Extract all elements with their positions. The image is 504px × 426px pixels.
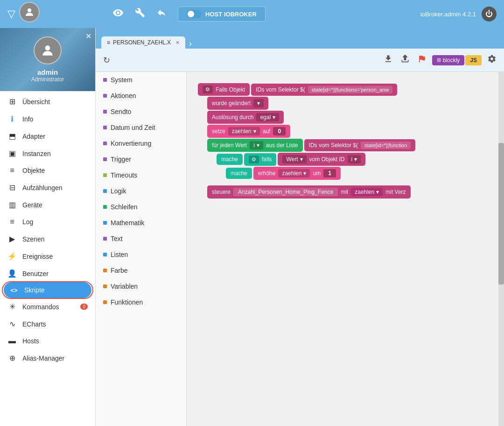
sidebar-item-echarts[interactable]: ∿ ECharts <box>0 315 95 333</box>
category-mathematik[interactable]: Mathematik <box>96 215 186 231</box>
category-farbe[interactable]: Farbe <box>96 263 186 278</box>
category-system[interactable]: System <box>96 72 186 88</box>
category-label: Logik <box>111 187 126 195</box>
sidebar-item-label: Info <box>22 115 33 123</box>
scrollbar-thumb[interactable] <box>498 143 504 284</box>
sidebar-item-szenen[interactable]: ▶ Szenen <box>0 230 95 248</box>
sidebar-item-aufzahlungen[interactable]: ⊟ Aufzählungen <box>0 179 95 196</box>
sidebar-item-adapter[interactable]: ⬒ Adapter <box>0 128 95 145</box>
sidebar-item-skripte[interactable]: <> Skripte <box>4 282 91 298</box>
wrench-icon[interactable] <box>135 7 145 21</box>
sidebar-item-label: Übersicht <box>22 98 50 106</box>
sidebar-item-label: Kommandos <box>22 303 59 311</box>
category-logik[interactable]: Logik <box>96 183 186 199</box>
block-group-main: ⚙ Falls Objekt IDs vom Selektor $( state… <box>198 83 415 199</box>
mache1-label: mache <box>221 156 238 163</box>
sidebar-item-gerate[interactable]: ▥ Geräte <box>0 196 95 213</box>
gerate-icon: ▥ <box>7 200 17 209</box>
dropdown-zaehlen3[interactable]: zaehlen ▾ <box>351 188 383 196</box>
menu-toggle-icon[interactable]: ▽ <box>7 8 15 20</box>
dropdown-zaehlen1[interactable]: zaehlen ▾ <box>228 127 260 135</box>
flag-button[interactable] <box>415 52 428 68</box>
sidebar-item-kommandos[interactable]: ✳ Kommandos 0 <box>0 298 95 315</box>
blockly-icon: ⊞ <box>437 57 441 63</box>
sidebar-item-label: Benutzer <box>22 270 49 277</box>
tab-close-icon[interactable]: ✕ <box>175 40 180 46</box>
block-falls-objekt[interactable]: ⚙ Falls Objekt <box>198 83 250 96</box>
dropdown-egal[interactable]: egal ▾ <box>256 113 279 121</box>
toolbar-right: ⊞ blockly JS <box>382 52 498 68</box>
content-area: ≡ PERSONEN_ZAEHL.X ✕ › ↻ <box>96 28 504 426</box>
dropdown-zaehlen2[interactable]: zaehlen ▾ <box>278 169 310 178</box>
category-timeouts[interactable]: Timeouts <box>96 167 186 183</box>
dropdown-geandert[interactable]: ▾ <box>253 99 264 107</box>
block-steuere[interactable]: steuere Anzahl_Personen_Home_Ping_Fence … <box>207 185 411 199</box>
block-wert[interactable]: Wert ▾ vom Objekt ID i ▾ <box>278 153 365 166</box>
block-gear2-icon: ⚙ <box>249 156 259 163</box>
block-setze[interactable]: setze zaehlen ▾ auf 0 <box>207 125 290 138</box>
block-erhohe[interactable]: erhöhe zaehlen ▾ um 1 <box>253 167 341 180</box>
category-label: Sendto <box>111 108 131 115</box>
sidebar-item-alias[interactable]: ⊕ Alias-Manager <box>0 349 95 367</box>
category-color <box>103 253 107 256</box>
block-wurde-geandert[interactable]: wurde geändert ▾ <box>207 97 268 110</box>
host-button[interactable]: HOST IOBROKER <box>178 7 266 21</box>
dropdown-i1[interactable]: i ▾ <box>250 141 263 149</box>
block-falls-inner[interactable]: ⚙ falls <box>244 153 276 166</box>
js-button[interactable]: JS <box>465 55 482 65</box>
auf-label: auf <box>263 128 271 135</box>
category-funktionen[interactable]: Funktionen <box>96 294 186 310</box>
block-mache2[interactable]: mache <box>226 168 252 179</box>
tab-personen[interactable]: ≡ PERSONEN_ZAEHL.X ✕ <box>101 36 185 49</box>
sidebar-item-objekte[interactable]: ≡ Objekte <box>0 162 95 179</box>
category-color <box>103 300 107 304</box>
category-konvertierung[interactable]: Konvertierung <box>96 135 186 151</box>
settings-button[interactable] <box>485 52 498 68</box>
sidebar-item-ubersicht[interactable]: ⊞ Übersicht <box>0 93 95 110</box>
host-button-label: HOST IOBROKER <box>205 11 257 18</box>
category-color <box>103 126 107 129</box>
dropdown-wert[interactable]: Wert ▾ <box>282 155 306 163</box>
sidebar-item-ereignisse[interactable]: ⚡ Ereignisse <box>0 248 95 265</box>
export-button[interactable] <box>382 52 395 68</box>
power-icon[interactable]: ⏻ <box>482 7 497 21</box>
sidebar-item-benutzer[interactable]: 👤 Benutzer <box>0 265 95 282</box>
blockly-label: blockly <box>443 57 460 64</box>
workspace-scrollbar-vertical[interactable] <box>498 72 504 426</box>
category-listen[interactable]: Listen <box>96 247 186 263</box>
sidebar-item-info[interactable]: ℹ Info <box>0 110 95 128</box>
sidebar-item-instanzen[interactable]: ▣ Instanzen <box>0 145 95 162</box>
eye-icon[interactable] <box>112 7 124 21</box>
i-label: i <box>253 142 255 149</box>
category-datum[interactable]: Datum und Zeit <box>96 120 186 135</box>
dropdown-i2[interactable]: i ▾ <box>348 155 361 163</box>
top-bar-left: ▽ <box>7 2 103 26</box>
category-color <box>103 94 107 98</box>
refresh-button[interactable]: ↻ <box>101 53 112 67</box>
blockly-workspace[interactable]: ⚙ Falls Objekt IDs vom Selektor $( state… <box>187 72 504 426</box>
block-fur-jeden[interactable]: für jeden Wert i ▾ aus der Liste <box>207 139 303 152</box>
category-text[interactable]: Text <box>96 231 186 247</box>
sidebar-close-button[interactable]: ✕ <box>85 32 91 41</box>
signin-icon[interactable] <box>156 7 167 21</box>
block-ids-selektor[interactable]: IDs vom Selektor $( state[id=*](function… <box>251 84 397 96</box>
tab-add-icon[interactable]: › <box>189 39 192 49</box>
category-color <box>103 78 107 82</box>
sidebar-item-hosts[interactable]: ▬ Hosts <box>0 333 95 349</box>
block-ids-selektor2[interactable]: IDs vom Selektor $( state[id=*](function <box>304 139 416 151</box>
block-row-8: steuere Anzahl_Personen_Home_Ping_Fence … <box>198 185 415 199</box>
sidebar-item-log[interactable]: ≡ Log <box>0 213 95 230</box>
state-query-value: state[id=*](functions='person_anw <box>308 86 392 93</box>
main-layout: ✕ admin Administrator ⊞ Übersicht ℹ Info… <box>0 28 504 426</box>
category-schleifen[interactable]: Schleifen <box>96 199 186 215</box>
block-mache1[interactable]: mache <box>217 154 243 165</box>
import-button[interactable] <box>399 52 412 68</box>
category-trigger[interactable]: Trigger <box>96 151 186 167</box>
blockly-button[interactable]: ⊞ blockly <box>432 55 465 65</box>
category-aktionen[interactable]: Aktionen <box>96 88 186 104</box>
category-sendto[interactable]: Sendto <box>96 104 186 120</box>
host-toggle[interactable] <box>187 10 202 18</box>
steuere-label: steuere <box>212 189 231 195</box>
block-auslösung[interactable]: Auslösung durch egal ▾ <box>207 111 284 124</box>
category-variablen[interactable]: Variablen <box>96 278 186 294</box>
